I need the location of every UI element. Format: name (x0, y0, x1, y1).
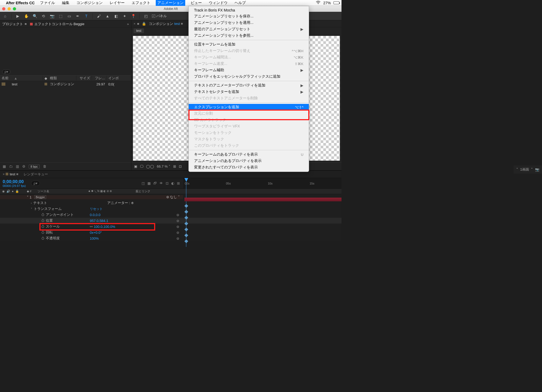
puppet-tool-icon[interactable]: 📍 (131, 14, 136, 18)
menu-item[interactable]: 変更されたすべてのプロパティを表示 (189, 164, 309, 171)
snap-icon[interactable]: ◰ (143, 14, 148, 18)
menu-edit[interactable]: 編集 (60, 0, 71, 6)
menu-file[interactable]: ファイル (38, 0, 57, 6)
label-col-icon[interactable]: ◆ (27, 190, 29, 193)
col-type[interactable]: 種類 (48, 76, 76, 81)
panel-checkbox[interactable]: ✓パネル (152, 14, 167, 18)
tl-graph-icon[interactable]: ⊞ (177, 181, 180, 185)
menu-item[interactable]: アニメーションプリセットを適用... (189, 20, 309, 26)
project-tab[interactable]: プロジェクト ≡ (2, 22, 27, 27)
comp-breadcrumb[interactable]: test (133, 28, 144, 33)
viewer-grid-icon[interactable]: 🖵 (140, 164, 143, 168)
menu-effect[interactable]: エフェクト (130, 0, 152, 6)
stopwatch-icon[interactable]: Ō (42, 219, 44, 223)
pickwhip-icon[interactable]: ⊚ (176, 213, 179, 217)
layer-row[interactable]: ˅ 1 Beggie ⊚ なし ˅ (0, 194, 341, 200)
trash-icon[interactable]: 🗑 (43, 164, 46, 168)
stopwatch-icon[interactable]: Ō (42, 213, 44, 217)
label-color-swatch[interactable] (44, 83, 47, 85)
prop-value[interactable]: 100% (90, 236, 99, 240)
reset-button[interactable]: リセット (90, 207, 103, 211)
wifi-icon[interactable] (316, 1, 321, 5)
col-inpoint[interactable]: インポ (107, 76, 131, 81)
menu-window[interactable]: ウィンドウ (207, 0, 229, 6)
source-name-col[interactable]: ソース名 (38, 189, 88, 193)
effect-controls-tab[interactable]: エフェクトコントロール Beggie (30, 22, 84, 27)
stopwatch-icon[interactable]: Ō (42, 225, 44, 229)
menu-item[interactable]: アニメーションプリセットを保存... (189, 13, 309, 20)
lock-toggle-icon[interactable]: 🔒 (15, 190, 19, 193)
tl-icon-2[interactable]: ▦ (147, 181, 151, 185)
viewer-guides-icon[interactable]: ⊡ (179, 164, 182, 168)
prop-value[interactable]: 0x+0.0° (90, 231, 102, 235)
pickwhip-icon[interactable]: ⊚ (176, 236, 179, 240)
menu-help[interactable]: ヘルプ (233, 0, 247, 6)
eraser-tool-icon[interactable]: ◧ (114, 14, 118, 18)
roto-tool-icon[interactable]: ✦ (122, 14, 127, 18)
bpc-button[interactable]: 8 bpc (29, 165, 40, 168)
lock-icon[interactable]: 🔒 (142, 22, 146, 26)
panel-overflow-icon[interactable]: » (127, 22, 129, 26)
new-comp-icon[interactable]: ▥ (16, 164, 19, 168)
prop-value[interactable]: 100.0,100.0% (94, 225, 115, 229)
timeline-search-input[interactable]: ρ▾ (31, 181, 40, 186)
col-name[interactable]: 名前 (2, 76, 9, 81)
orbit-tool-icon[interactable]: ⟲ (41, 14, 46, 18)
menu-item[interactable]: キーフレームのあるプロパティを表示U (189, 151, 309, 158)
col-tag[interactable]: ◆ (43, 76, 48, 80)
hand-tool-icon[interactable]: ✋ (24, 14, 29, 18)
menu-item[interactable]: 最近のアニメーションプリセット▶ (189, 26, 309, 32)
viewer-zoom[interactable]: 66.7 % ˅ (157, 164, 170, 168)
timeline-tab[interactable]: × test ≡ (3, 172, 18, 176)
prop-value[interactable]: 957.0,584.1 (90, 219, 108, 223)
rotation-row[interactable]: Ō回転 0x+0.0° ⊚ (0, 229, 341, 235)
pen-tool-icon[interactable]: ✒ (75, 14, 80, 18)
time-ruler[interactable]: 00s 05s 10s 15s (183, 178, 341, 189)
menu-item[interactable]: テキストセレクターを追加▶ (189, 89, 309, 95)
new-folder-icon[interactable]: 🗀 (9, 164, 13, 168)
parent-col[interactable]: 親とリンク (136, 189, 183, 193)
menu-item[interactable]: テキストのアニメータープロパティを追加▶ (189, 82, 309, 89)
video-toggle-icon[interactable]: ◉ (2, 190, 5, 193)
tl-shy-icon[interactable]: 👁 (159, 181, 163, 185)
position-row[interactable]: Ō位置 957.0,584.1 ⊚ (0, 218, 341, 224)
camera-tool-icon[interactable]: 📷 (50, 14, 54, 18)
viewer-res-icon[interactable]: ▣ (134, 164, 137, 168)
col-size[interactable]: サイズ (76, 76, 92, 81)
layer-bar[interactable] (184, 198, 341, 201)
stopwatch-icon[interactable]: Ō (42, 231, 44, 235)
menu-layer[interactable]: レイヤー (108, 0, 126, 6)
stopwatch-icon[interactable]: Ō (42, 236, 44, 240)
selection-tool-icon[interactable]: ▶ (15, 14, 20, 18)
comp-flowchart-icon[interactable]: 🗗 (153, 181, 157, 185)
current-timecode[interactable]: 0;00;00;00 (3, 179, 26, 184)
interpret-icon[interactable]: ▦ (3, 164, 6, 168)
menu-item[interactable]: エクスプレッションを追加⌥⇧^ (189, 104, 309, 110)
menu-item[interactable]: アニメーションのあるプロパティを表示 (189, 158, 309, 164)
menu-view[interactable]: ビュー (189, 0, 203, 6)
pan-behind-tool-icon[interactable]: ⬚ (58, 14, 63, 18)
tab-close-icon[interactable]: × (133, 22, 136, 26)
pickwhip-icon[interactable]: ⊚ (176, 225, 179, 229)
pickwhip-icon[interactable]: ⊚ (176, 219, 179, 223)
clone-tool-icon[interactable]: ▲ (105, 14, 110, 18)
opacity-row[interactable]: Ō不透明度 100% ⊚ (0, 235, 341, 241)
tl-draft-icon[interactable]: ⊡ (166, 181, 169, 185)
rect-tool-icon[interactable]: ▭ (67, 14, 72, 18)
tl-icon-1[interactable]: ◫ (142, 181, 145, 185)
minimize-window-button[interactable] (8, 7, 11, 10)
keyframe-marker[interactable] (184, 239, 188, 243)
menu-item[interactable]: Track in Boris FX Mocha (189, 7, 309, 13)
audio-toggle-icon[interactable]: 🔊 (6, 190, 10, 193)
animator-add-button[interactable]: アニメーター : ⊕ (107, 201, 134, 205)
menu-item[interactable]: キーフレーム補助▶ (189, 67, 309, 73)
render-queue-tab[interactable]: レンダーキュー (24, 172, 48, 177)
tl-moblur-icon[interactable]: ◐ (171, 181, 174, 185)
type-tool-icon[interactable]: T (84, 14, 89, 18)
brush-tool-icon[interactable]: 🖌 (96, 14, 101, 18)
pickwhip-icon[interactable]: ⊚ (176, 231, 179, 235)
menu-item[interactable]: 位置キーフレームを追加 (189, 41, 309, 48)
scale-row[interactable]: Ōスケール ⚯ 100.0,100.0% ⊚ (0, 224, 341, 229)
close-window-button[interactable] (2, 7, 5, 10)
transform-group-row[interactable]: ˅トランスフォーム リセット (0, 206, 341, 212)
